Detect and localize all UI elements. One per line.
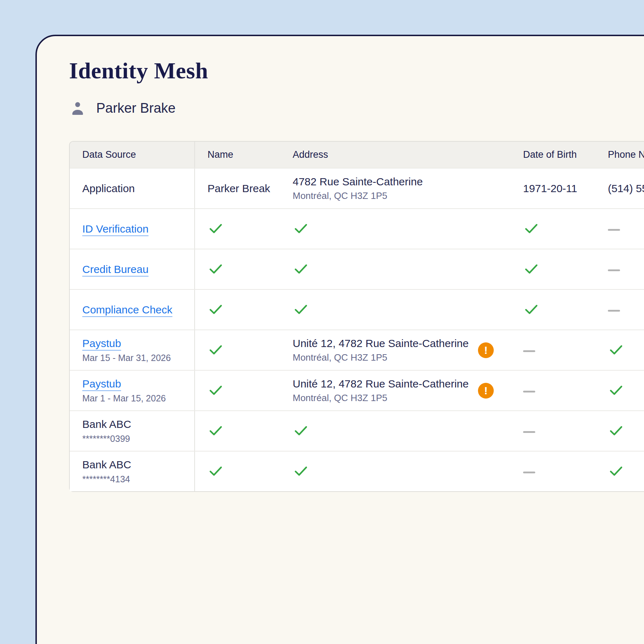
table-row: ID Verification [70,209,644,249]
data-source-link[interactable]: Paystub [82,337,121,350]
data-source-sublabel: Mar 1 - Mar 15, 2026 [82,393,194,404]
cell-phone: (514) 55 [595,182,644,195]
dash-icon [608,310,620,312]
cell-dob [511,301,595,319]
data-source-sublabel: ********0399 [82,434,194,444]
person-icon [69,99,86,117]
table-body: ApplicationParker Break4782 Rue Sainte-C… [70,169,644,491]
cell-dob [511,468,595,475]
dash-icon [523,391,535,392]
table-row: PaystubMar 15 - Mar 31, 2026Unité 12, 47… [70,330,644,371]
check-icon [208,463,224,479]
cell-address: Unité 12, 4782 Rue Sainte-CatherineMontr… [280,337,511,363]
data-source-label: Application [82,182,194,195]
address-line1: Unité 12, 4782 Rue Sainte-Catherine [293,337,469,350]
cell-value: (514) 55 [608,182,644,194]
cell-name [195,422,280,440]
identity-card: Identity Mesh Parker Brake Data Source N… [35,35,644,644]
cell-dob [511,428,595,434]
warning-icon[interactable]: ! [478,383,494,399]
cell-address [280,301,511,319]
address-line1: 4782 Rue Sainte-Catherine [293,176,423,188]
cell-name [195,301,280,319]
cell-dob [511,347,595,353]
check-icon [208,382,224,398]
check-icon [608,422,624,439]
cell-dob [511,260,595,278]
cell-name [195,463,280,480]
check-icon [208,301,224,317]
table-row: PaystubMar 1 - Mar 15, 2026Unité 12, 478… [70,371,644,411]
cell-name [195,260,280,278]
cell-name: Parker Break [195,182,280,195]
cell-data-source: Bank ABC********0399 [70,411,195,451]
column-header-data-source: Data Source [70,142,195,168]
data-source-label: Bank ABC [82,418,194,430]
cell-dob: 1971-20-11 [511,182,595,195]
column-header-phone-number: Phone Number [595,142,644,168]
table-row: Bank ABC********0399 [70,411,644,452]
cell-dob [511,220,595,238]
check-icon [523,260,540,277]
dash-icon [608,229,620,231]
check-icon [293,260,309,277]
cell-data-source: PaystubMar 15 - Mar 31, 2026 [70,330,195,370]
cell-value: 1971-20-11 [523,182,577,194]
data-source-sublabel: ********4134 [82,474,194,484]
check-icon [523,220,540,236]
check-icon [293,422,309,439]
cell-name [195,382,280,400]
check-icon [208,220,224,236]
address-line2: Montréal, QC H3Z 1P5 [293,352,469,363]
address-line2: Montréal, QC H3Z 1P5 [293,190,423,201]
warning-icon[interactable]: ! [478,342,494,358]
cell-phone [595,341,644,359]
cell-phone [595,422,644,440]
check-icon [293,301,309,317]
cell-name [195,341,280,359]
check-icon [523,301,540,317]
cell-phone [595,382,644,400]
data-source-link[interactable]: ID Verification [82,223,148,235]
cell-address: Unité 12, 4782 Rue Sainte-CatherineMontr… [280,378,511,404]
check-icon [293,220,309,236]
cell-data-source: Compliance Check [70,290,195,330]
check-icon [608,463,624,479]
table-row: ApplicationParker Break4782 Rue Sainte-C… [70,169,644,209]
cell-phone [595,226,644,232]
table-row: Compliance Check [70,290,644,330]
check-icon [608,382,624,398]
address-line2: Montréal, QC H3Z 1P5 [293,392,469,404]
table-row: Bank ABC********4134 [70,452,644,491]
cell-data-source: ID Verification [70,209,195,249]
cell-data-source: Credit Bureau [70,249,195,289]
cell-phone [595,266,644,273]
profile-header: Parker Brake [69,99,644,117]
dash-icon [523,472,535,473]
cell-data-source: Bank ABC********4134 [70,452,195,491]
cell-address [280,260,511,278]
table-header: Data Source Name Address Date of Birth P… [70,142,644,169]
dash-icon [523,350,535,352]
cell-address [280,220,511,238]
address-line1: Unité 12, 4782 Rue Sainte-Catherine [293,378,469,390]
check-icon [208,341,224,358]
cell-address: 4782 Rue Sainte-CatherineMontréal, QC H3… [280,176,511,201]
column-header-date-of-birth: Date of Birth [511,142,595,168]
cell-address [280,422,511,440]
table-row: Credit Bureau [70,249,644,290]
column-header-address: Address [280,142,511,168]
cell-phone [595,463,644,480]
data-source-link[interactable]: Paystub [82,378,121,390]
check-icon [293,463,309,479]
check-icon [608,341,624,358]
dash-icon [608,269,620,271]
data-source-link[interactable]: Credit Bureau [82,263,148,275]
profile-name: Parker Brake [96,101,176,116]
cell-dob [511,387,595,394]
cell-name [195,220,280,238]
cell-data-source: Application [70,169,195,208]
data-source-link[interactable]: Compliance Check [82,304,172,316]
cell-data-source: PaystubMar 1 - Mar 15, 2026 [70,371,195,410]
data-source-sublabel: Mar 15 - Mar 31, 2026 [82,353,194,363]
